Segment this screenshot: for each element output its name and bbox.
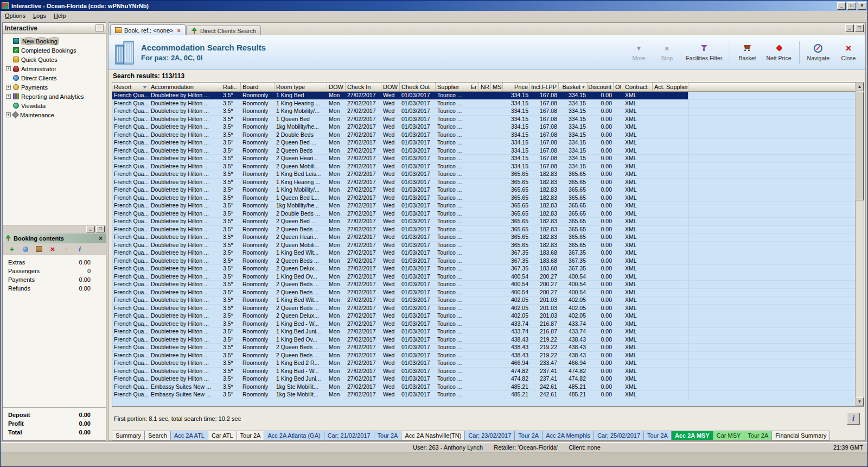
table-row[interactable]: French Qua...Doubletree by Hilton ...3.5… xyxy=(112,186,855,194)
table-row[interactable]: French Qua...Doubletree by Hilton ...3.5… xyxy=(112,123,855,131)
bottom-tab-car-atl[interactable]: Car ATL xyxy=(208,431,237,440)
table-row[interactable]: French Qua...Doubletree by Hilton ...3.5… xyxy=(112,296,855,305)
table-row[interactable]: French Qua...Doubletree by Hilton ...3.5… xyxy=(112,139,855,147)
scroll-down-icon[interactable]: ▼ xyxy=(856,397,864,406)
table-row[interactable]: French Qua...Doubletree by Hilton ...3.5… xyxy=(112,179,855,187)
collapse-panel-icon[interactable]: − xyxy=(95,24,104,31)
table-row[interactable]: French Qua...Doubletree by Hilton ...3.5… xyxy=(112,116,855,124)
delete-icon[interactable] xyxy=(48,245,57,254)
menu-item-help[interactable]: Help xyxy=(50,11,70,20)
table-row[interactable]: French Qua...Doubletree by Hilton ...3.5… xyxy=(112,368,855,376)
bottom-tab-tour-2a[interactable]: Tour 2A xyxy=(643,431,671,440)
expand-icon[interactable]: + xyxy=(6,66,11,71)
bottom-tab-search[interactable]: Search xyxy=(144,431,170,440)
column-header-of[interactable]: Of xyxy=(614,83,623,91)
main-minimize-button[interactable]: _ xyxy=(845,24,854,32)
table-row[interactable]: French Qua...Doubletree by Hilton ...3.5… xyxy=(112,155,855,163)
column-header-discount[interactable]: Discount xyxy=(588,83,614,91)
tab-direct-clients-search[interactable]: Direct Clients Search xyxy=(186,26,261,35)
minimize-button[interactable]: _ xyxy=(837,2,846,10)
table-row[interactable]: French Qua...Embassy Suites New ...3.5*R… xyxy=(112,391,855,399)
column-header-er[interactable]: Er xyxy=(469,83,479,91)
view-icon[interactable] xyxy=(21,245,30,254)
panel-restore-button[interactable]: □ xyxy=(96,226,105,232)
table-row[interactable]: French Qua...Doubletree by Hilton ...3.5… xyxy=(112,92,855,100)
column-header-check-out[interactable]: Check Out xyxy=(400,83,436,91)
bottom-tab-tour-2a[interactable]: Tour 2A xyxy=(237,431,264,440)
table-row[interactable]: French Qua...Doubletree by Hilton ...3.5… xyxy=(112,171,855,179)
table-row[interactable]: French Qua...Doubletree by Hilton ...3.5… xyxy=(112,359,855,368)
column-header-contract[interactable]: Contract xyxy=(623,83,653,91)
bottom-tab-acc-2a-atl[interactable]: Acc 2A ATL xyxy=(170,431,208,440)
sidebar-item-viewdata[interactable]: Viewdata xyxy=(3,101,106,110)
maximize-button[interactable]: □ xyxy=(847,2,856,10)
add-icon[interactable] xyxy=(8,245,16,254)
table-row[interactable]: French Qua...Doubletree by Hilton ...3.5… xyxy=(112,242,855,250)
table-row[interactable]: French Qua...Doubletree by Hilton ...3.5… xyxy=(112,234,855,242)
column-header-ms[interactable]: MS xyxy=(491,83,503,91)
table-row[interactable]: French Qua...Doubletree by Hilton ...3.5… xyxy=(112,226,855,234)
table-row[interactable]: French Qua...Doubletree by Hilton ...3.5… xyxy=(112,375,855,383)
sidebar-item-new-booking[interactable]: New Booking xyxy=(3,36,106,46)
table-row[interactable]: French Qua...Embassy Suites New ...3.5*R… xyxy=(112,383,855,392)
scrollbar-track[interactable] xyxy=(856,91,864,397)
bottom-tab-summary[interactable]: Summary xyxy=(112,431,144,440)
tab-close-icon[interactable]: × xyxy=(177,27,181,34)
sidebar-item-administrator[interactable]: +Administrator xyxy=(3,64,106,73)
table-row[interactable]: French Qua...Doubletree by Hilton ...3.5… xyxy=(112,194,855,203)
table-row[interactable]: French Qua...Doubletree by Hilton ...3.5… xyxy=(112,163,855,171)
bottom-tab-car-25-02-2017[interactable]: Car; 25/02/2017 xyxy=(593,431,643,440)
vertical-scrollbar[interactable]: ▲ ▼ xyxy=(855,83,864,406)
table-row[interactable]: French Qua...Doubletree by Hilton ...3.5… xyxy=(112,265,855,273)
table-row[interactable]: French Qua...Doubletree by Hilton ...3.5… xyxy=(112,336,855,344)
nett-price-button[interactable]: Nett Price xyxy=(764,39,793,66)
column-header-check-in[interactable]: Check In xyxy=(346,83,381,91)
bottom-tab-acc-2a-msy[interactable]: Acc 2A MSY xyxy=(671,431,713,440)
scroll-up-icon[interactable]: ▲ xyxy=(856,83,864,91)
menu-item-options[interactable]: Options xyxy=(1,11,29,20)
info-button[interactable]: i xyxy=(847,413,860,425)
column-header-supplier[interactable]: Supplier xyxy=(436,83,469,91)
sidebar-item-maintenance[interactable]: +Maintenance xyxy=(3,110,106,119)
basket-icon[interactable] xyxy=(35,245,43,254)
column-header-act-supplier[interactable]: Act. Supplier xyxy=(653,83,688,91)
table-row[interactable]: French Qua...Doubletree by Hilton ...3.5… xyxy=(112,273,855,281)
column-header-rati[interactable]: Rati.. xyxy=(221,83,241,91)
table-row[interactable]: French Qua...Doubletree by Hilton ...3.5… xyxy=(112,100,855,108)
column-header-accommodation[interactable]: Accommodation xyxy=(149,83,221,91)
bottom-tab-acc-2a-nashville-tn[interactable]: Acc 2A Nashville(TN) xyxy=(401,431,464,440)
sidebar-item-quick-quotes[interactable]: Quick Quotes xyxy=(3,55,106,64)
table-row[interactable]: French Qua...Doubletree by Hilton ...3.5… xyxy=(112,218,855,226)
sidebar-item-payments[interactable]: +Payments xyxy=(3,83,106,92)
column-header-incl-fl-pp[interactable]: Incl.Fl.PP xyxy=(530,83,559,91)
scrollbar-thumb[interactable] xyxy=(856,92,864,200)
table-row[interactable]: French Qua...Doubletree by Hilton ...3.5… xyxy=(112,352,855,360)
bottom-tab-financial-summary[interactable]: Financial Summary xyxy=(771,431,830,440)
expand-icon[interactable]: + xyxy=(6,94,11,99)
navigate-button[interactable]: Navigate xyxy=(805,39,832,66)
table-row[interactable]: French Qua...Doubletree by Hilton ...3.5… xyxy=(112,202,855,210)
column-header-basket[interactable]: Basket▼ xyxy=(559,83,588,91)
facilities-filter-button[interactable]: Facilities Filter xyxy=(684,39,724,66)
booking-contents-close-icon[interactable]: × xyxy=(98,235,104,242)
tab-book-ref-none[interactable]: Book. ref.: <none>× xyxy=(110,24,186,35)
column-header-room-type[interactable]: Room type xyxy=(275,83,327,91)
table-row[interactable]: French Qua...Doubletree by Hilton ...3.5… xyxy=(112,131,855,140)
expand-icon[interactable]: + xyxy=(6,85,11,90)
column-header-resort[interactable]: Resort xyxy=(112,83,149,91)
table-row[interactable]: French Qua...Doubletree by Hilton ...3.5… xyxy=(112,257,855,266)
info-icon[interactable] xyxy=(75,245,84,254)
sidebar-item-completed-bookings[interactable]: Completed Bookings xyxy=(3,46,106,55)
table-row[interactable]: French Qua...Doubletree by Hilton ...3.5… xyxy=(112,344,855,352)
expand-icon[interactable]: + xyxy=(6,112,11,117)
table-row[interactable]: French Qua...Doubletree by Hilton ...3.5… xyxy=(112,249,855,257)
main-restore-button[interactable]: □ xyxy=(855,24,864,32)
bottom-tab-tour-2a[interactable]: Tour 2A xyxy=(374,431,401,440)
close-window-button[interactable]: × xyxy=(858,2,866,10)
bottom-tab-car-23-02-2017[interactable]: Car; 23/02/2017 xyxy=(464,431,514,440)
table-row[interactable]: French Qua...Doubletree by Hilton ...3.5… xyxy=(112,108,855,116)
bottom-tab-car-msy[interactable]: Car MSY xyxy=(713,431,744,440)
table-row[interactable]: French Qua...Doubletree by Hilton ...3.5… xyxy=(112,210,855,218)
table-row[interactable]: French Qua...Doubletree by Hilton ...3.5… xyxy=(112,281,855,289)
menu-item-logs[interactable]: Logs xyxy=(29,11,50,20)
